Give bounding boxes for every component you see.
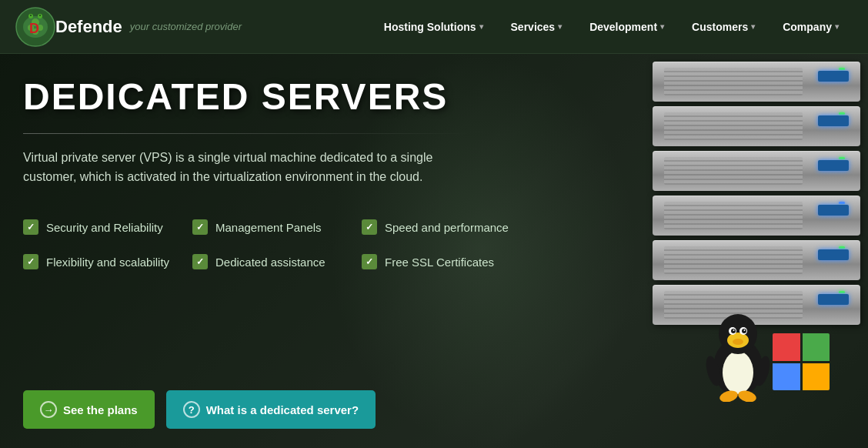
- check-icon: ✓: [192, 254, 208, 269]
- server-light-green: [839, 112, 845, 115]
- windows-quad-blue: [773, 363, 800, 391]
- chevron-down-icon: ▾: [479, 22, 483, 31]
- linux-penguin-icon: [699, 309, 776, 402]
- logo-text: Defende: [55, 17, 122, 37]
- svg-point-21: [733, 339, 743, 345]
- nav-links: Hosting Solutions ▾ Services ▾ Developme…: [370, 0, 853, 54]
- server-unit-2: [653, 106, 860, 146]
- server-light-orange: [839, 162, 845, 164]
- server-light-blue: [839, 202, 845, 204]
- server-light-green: [839, 68, 845, 70]
- server-unit-4: [653, 196, 860, 236]
- chevron-down-icon: ▾: [751, 22, 755, 31]
- feature-flexibility: ✓ Flexibility and scalability: [23, 245, 192, 279]
- chevron-down-icon: ▾: [558, 22, 562, 31]
- nav-development[interactable]: Development ▾: [576, 0, 678, 54]
- feature-ssl: ✓ Free SSL Certificates: [362, 245, 531, 279]
- hero-divider: [23, 133, 469, 134]
- features-grid: ✓ Security and Reliability ✓ Management …: [23, 210, 516, 279]
- hero-section: DEDICATED SERVERS Virtual private server…: [0, 54, 868, 448]
- see-plans-button[interactable]: → See the plans: [23, 390, 155, 429]
- check-icon: ✓: [23, 254, 38, 269]
- server-light-green: [839, 291, 845, 293]
- feature-management: ✓ Management Panels: [192, 210, 362, 245]
- windows-quad-red: [773, 333, 800, 361]
- feature-assistance: ✓ Dedicated assistance: [192, 245, 362, 279]
- chevron-down-icon: ▾: [660, 22, 664, 31]
- logo-area: D Defende your customized provider: [15, 7, 242, 47]
- windows-quad-green: [803, 333, 830, 361]
- check-icon: ✓: [362, 254, 377, 269]
- windows-logo-quad: [773, 333, 830, 390]
- what-is-dedicated-button[interactable]: ? What is a dedicated server?: [166, 390, 376, 429]
- info-circle-icon: ?: [183, 401, 200, 418]
- check-icon: ✓: [192, 219, 208, 235]
- server-light-orange: [839, 256, 845, 258]
- windows-logo-icon: [773, 333, 830, 390]
- server-light-blue: [839, 296, 845, 298]
- svg-point-19: [733, 329, 735, 331]
- nav-services[interactable]: Services ▾: [497, 0, 576, 54]
- server-lights-1: [839, 68, 845, 79]
- svg-point-18: [742, 329, 746, 333]
- plans-circle-icon: →: [40, 401, 57, 418]
- server-lights-2: [839, 112, 845, 119]
- server-lights-3: [839, 157, 845, 164]
- tagline: your customized provider: [130, 21, 242, 32]
- server-lights-6: [839, 291, 845, 298]
- hero-title: DEDICATED SERVERS: [23, 77, 516, 118]
- nav-hosting-solutions[interactable]: Hosting Solutions ▾: [370, 0, 497, 54]
- check-icon: ✓: [23, 219, 38, 235]
- server-unit-1: [653, 62, 860, 102]
- svg-point-9: [30, 15, 32, 16]
- check-icon: ✓: [362, 219, 377, 235]
- server-lights-4: [839, 202, 845, 209]
- server-light-blue: [839, 72, 845, 75]
- hero-description: Virtual private server (VPS) is a single…: [23, 148, 454, 187]
- logo-icon: D: [15, 7, 55, 47]
- hero-content: DEDICATED SERVERS Virtual private server…: [0, 54, 539, 279]
- svg-text:D: D: [29, 21, 39, 36]
- server-light-orange: [839, 77, 845, 79]
- hero-buttons: → See the plans ? What is a dedicated se…: [23, 390, 376, 429]
- svg-point-20: [744, 329, 746, 331]
- server-light-green: [839, 157, 845, 159]
- navbar: D Defende your customized provider Hosti…: [0, 0, 868, 54]
- nav-company[interactable]: Company ▾: [769, 0, 853, 54]
- svg-point-17: [731, 329, 736, 333]
- server-unit-5: [653, 240, 860, 280]
- server-light-blue: [839, 251, 845, 253]
- svg-point-10: [39, 15, 41, 16]
- server-light-green: [839, 246, 845, 249]
- os-icons: [699, 309, 830, 402]
- server-light-green: [839, 206, 845, 209]
- chevron-down-icon: ▾: [835, 22, 839, 31]
- nav-customers[interactable]: Customers ▾: [678, 0, 769, 54]
- svg-point-12: [723, 351, 753, 394]
- server-light-blue: [839, 117, 845, 119]
- feature-speed: ✓ Speed and performance: [362, 210, 531, 245]
- server-lights-5: [839, 246, 845, 258]
- feature-security: ✓ Security and Reliability: [23, 210, 192, 245]
- windows-quad-yellow: [803, 363, 830, 391]
- server-stack: [653, 62, 868, 329]
- server-unit-3: [653, 151, 860, 191]
